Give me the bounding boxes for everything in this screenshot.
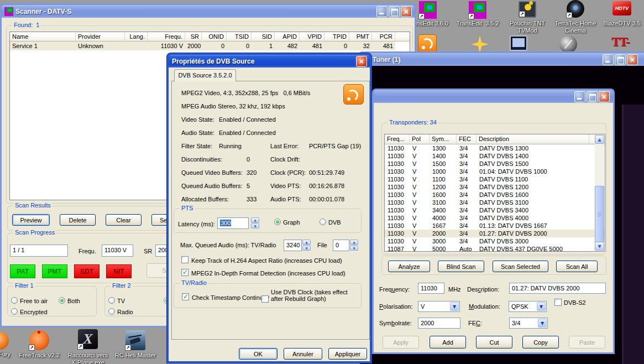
scanner-column-header[interactable]: Frequ.: [148, 32, 185, 41]
latency-stepper[interactable]: ▲▼: [251, 217, 259, 229]
desktop-icon-fury[interactable]: [0, 332, 9, 350]
desktop-icon-xplane[interactable]: X: [78, 329, 98, 349]
symbolrate-field[interactable]: 2000: [418, 318, 460, 329]
max-queued-tv-stepper[interactable]: ▲▼: [302, 240, 311, 251]
transponder-column-header[interactable]: Freq...: [385, 134, 410, 144]
apply-dialog-button[interactable]: Appliquer: [328, 348, 367, 360]
transponder-row[interactable]: 11030V16673/401.13: DATV DVBS 1667: [385, 222, 605, 230]
close-button[interactable]: [356, 56, 367, 67]
transponder-row[interactable]: 11030V11003/4DATV DVBS 1100: [385, 175, 605, 183]
desktop-icon-pouchin-tnt[interactable]: [519, 1, 536, 18]
desktop-icon-transedit-360[interactable]: [419, 1, 437, 19]
modulation-select[interactable]: QPSK▼: [509, 301, 547, 312]
paste-button[interactable]: Paste: [569, 336, 605, 349]
close-button[interactable]: [627, 54, 638, 65]
scanner-column-header[interactable]: VPID: [300, 32, 324, 41]
transponder-column-header[interactable]: Pol: [410, 134, 430, 144]
scanner-column-header[interactable]: APID: [275, 32, 300, 41]
transponder-row[interactable]: 11030V40003/4DATV DVBS 4000: [385, 214, 605, 222]
chevron-down-icon[interactable]: ▼: [537, 302, 546, 311]
scanner-column-header[interactable]: TSID: [227, 32, 252, 41]
free-to-air-radio[interactable]: [11, 297, 18, 304]
progress-field[interactable]: 1 / 1: [10, 245, 68, 257]
transponder-column-header[interactable]: Description: [477, 134, 589, 144]
desktop-icon-satellite-dish[interactable]: [559, 35, 577, 53]
transedit-titlebar[interactable]: [374, 90, 613, 103]
ok-button[interactable]: OK: [239, 348, 278, 360]
transponder-row[interactable]: 11087V5000AutoDATV DVBS 437 DG0VE 5000: [385, 245, 605, 252]
scanner-column-header[interactable]: Name: [10, 32, 76, 41]
desktop-icon-label[interactable]: RC Heli Master: [105, 352, 166, 358]
chevron-down-icon[interactable]: ▼: [538, 319, 547, 327]
scanner-titlebar[interactable]: Scanner - DATV-S: [2, 5, 415, 18]
apply-button[interactable]: Apply: [383, 336, 419, 349]
delete-button[interactable]: Delete: [60, 214, 96, 226]
tv-radio[interactable]: [108, 297, 115, 304]
desktop-icon-rc-heli[interactable]: [125, 330, 145, 350]
scanner-column-header[interactable]: TPID: [324, 32, 349, 41]
frequ-field[interactable]: 11030 V: [102, 245, 133, 257]
desktop-icon-transedit-352[interactable]: [469, 1, 486, 19]
scroll-thumb[interactable]: [595, 186, 604, 243]
desktop-icon-freetrack[interactable]: [29, 330, 49, 350]
fec-select[interactable]: 3/4▼: [509, 318, 548, 329]
scroll-up-button[interactable]: ▲: [595, 135, 604, 144]
analyze-button[interactable]: Analyze: [388, 261, 430, 272]
desktop-icon-dvb-source[interactable]: [418, 34, 437, 53]
scanner-column-header[interactable]: SR: [185, 32, 202, 41]
desktop-icon-label[interactable]: X-Plane.exe: [57, 359, 118, 364]
desktop-icon-label[interactable]: BlazeDTV 3.5: [591, 20, 644, 27]
scanner-column-header[interactable]: Provider: [76, 32, 125, 41]
desktop-icon-wizard-star[interactable]: [471, 35, 489, 53]
scanner-column-header[interactable]: ONID: [202, 32, 227, 41]
tuner-titlebar[interactable]: Tuner (1): [360, 53, 644, 66]
scroll-down-button[interactable]: ▼: [595, 242, 604, 251]
radio-radio[interactable]: [108, 308, 115, 315]
frequency-field[interactable]: 11030: [418, 283, 444, 294]
clear-button[interactable]: Clear: [106, 214, 142, 226]
transponder-row[interactable]: 11030V20003/401.27: DATV DVBS 2000: [385, 230, 605, 237]
minimize-button[interactable]: [574, 91, 585, 102]
transponder-row[interactable]: 11030V31003/4DATV DVBS 3100: [385, 199, 605, 206]
minimize-button[interactable]: [603, 54, 614, 65]
desktop-icon-terratec[interactable]: [567, 0, 584, 18]
maximize-button[interactable]: [615, 54, 626, 65]
transponder-row[interactable]: 11030V14003/4DATV DVBS 1400: [385, 152, 605, 160]
copy-button[interactable]: Copy: [522, 336, 559, 349]
cancel-button[interactable]: Annuler: [284, 348, 322, 360]
max-queued-file-stepper[interactable]: ▲▼: [350, 240, 358, 251]
both-radio[interactable]: [59, 297, 65, 304]
max-queued-file-field[interactable]: 0: [333, 240, 349, 251]
transponder-row[interactable]: 11030V34003/4DATV DVBS 3400: [385, 206, 605, 214]
scan-all-button[interactable]: Scan All: [556, 261, 598, 272]
desktop-icon-technotrend[interactable]: TT-: [611, 33, 629, 50]
dvb-radio[interactable]: [320, 219, 326, 225]
transponder-row[interactable]: 11030V12003/4DATV DVBS 1200: [385, 183, 605, 191]
tab-dvb-source[interactable]: DVB Source 3.5.2.0: [174, 69, 236, 81]
dialog-titlebar[interactable]: Propriétés de DVB Source: [169, 55, 370, 67]
description-field[interactable]: 01.27: DATV DVBS 2000: [509, 283, 606, 294]
transponder-column-header[interactable]: FEC: [457, 134, 477, 144]
desktop-icon-monitor-app[interactable]: [510, 35, 527, 51]
scanner-column-header[interactable]: SID: [252, 32, 275, 41]
scanner-column-header[interactable]: PCR: [372, 32, 395, 41]
transponder-row[interactable]: 11030V10003/401.04: DATV DVBS 1000: [385, 168, 605, 175]
timestamp-checkbox[interactable]: [182, 293, 189, 300]
mpeg2-checkbox[interactable]: [181, 269, 189, 276]
scanner-column-header[interactable]: Lang.: [125, 32, 148, 41]
chevron-down-icon[interactable]: ▼: [450, 302, 459, 311]
latency-field[interactable]: 300: [217, 217, 249, 229]
add-button[interactable]: Add: [430, 336, 466, 349]
h264-checkbox[interactable]: [181, 256, 189, 263]
transponder-row[interactable]: 11030V15003/4DATV DVBS 1500: [385, 160, 605, 168]
minimize-button[interactable]: [376, 6, 388, 17]
close-button[interactable]: [599, 91, 610, 102]
scrollbar[interactable]: ▲ ▼: [595, 135, 604, 251]
transponder-row[interactable]: 11030V30003/4DATV DVBS 3000: [385, 237, 605, 245]
maximize-button[interactable]: [587, 91, 598, 102]
cut-button[interactable]: Cut: [476, 336, 512, 349]
service-row[interactable]: Service 1Unknown11030 V20000014824810324…: [10, 41, 395, 50]
scanner-column-header[interactable]: PMT: [349, 32, 372, 41]
max-queued-tv-field[interactable]: 3240: [284, 240, 302, 251]
desktop-icon-blazedtv[interactable]: HDTV: [612, 1, 631, 15]
